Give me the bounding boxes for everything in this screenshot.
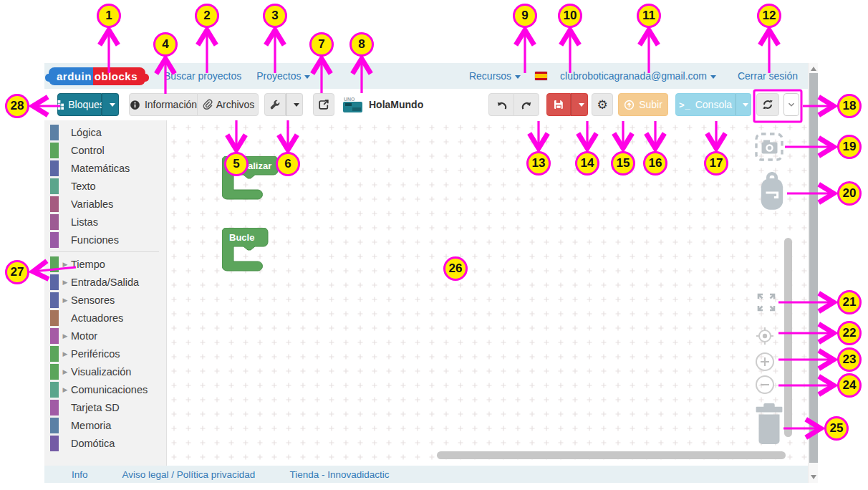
- zoom-fit-icon[interactable]: [756, 292, 776, 315]
- screenshot-camera-icon[interactable]: [755, 133, 783, 164]
- sidebar-item-memoria[interactable]: Memoria: [44, 416, 166, 434]
- nav-recursos-label: Recursos: [469, 70, 511, 82]
- callout-7: 7: [309, 32, 334, 57]
- nav-proyectos-dropdown[interactable]: Proyectos: [256, 70, 310, 82]
- caret-down-icon: [515, 75, 521, 79]
- zoom-center-icon[interactable]: [753, 325, 776, 350]
- sidebar-item-listas[interactable]: Listas: [44, 213, 166, 231]
- archivos-label: Archivos: [216, 99, 255, 110]
- informacion-button[interactable]: Información: [129, 93, 198, 116]
- category-label: Variables: [71, 198, 113, 210]
- consola-dropdown-button[interactable]: [736, 93, 751, 116]
- category-color-swatch: [50, 125, 59, 140]
- callout-21: 21: [837, 290, 862, 314]
- tools-dropdown-button[interactable]: [286, 93, 303, 116]
- category-color-swatch: [50, 160, 59, 176]
- caret-down-icon: [294, 103, 299, 107]
- console-panel-toggle-button[interactable]: [783, 93, 799, 116]
- sidebar-item-texto[interactable]: Texto: [44, 177, 166, 195]
- upload-icon: [624, 100, 635, 110]
- sidebar-item-matematicas[interactable]: Matemáticas: [44, 159, 166, 177]
- scroll-down-arrow-icon[interactable]: [811, 475, 816, 479]
- workspace-horizontal-scrollbar[interactable]: [437, 451, 786, 459]
- footer-link-tienda-innovadidactic[interactable]: Tienda - Innovadidactic: [289, 469, 389, 480]
- block-inicializar[interactable]: Inicializar: [222, 156, 285, 203]
- trash-icon[interactable]: [753, 403, 786, 448]
- refresh-button[interactable]: [756, 93, 779, 116]
- expand-arrow-icon[interactable]: ▶: [59, 350, 71, 357]
- sidebar-item-tarjeta-sd[interactable]: Tarjeta SD: [44, 398, 166, 416]
- blocks-icon: [54, 100, 64, 110]
- expand-arrow-icon[interactable]: ▶: [59, 261, 71, 268]
- consola-button[interactable]: >_ Consola: [675, 93, 736, 116]
- sidebar-item-variables[interactable]: Variables: [44, 195, 166, 213]
- sidebar-item-domotica[interactable]: Domótica: [44, 434, 166, 452]
- nav-recursos-dropdown[interactable]: Recursos: [469, 70, 521, 82]
- bloques-button[interactable]: Bloques: [57, 93, 102, 116]
- footer-link-info[interactable]: Info: [72, 469, 88, 480]
- sidebar-item-entrada-salida[interactable]: ▶Entrada/Salida: [44, 273, 166, 291]
- footer-link-aviso-legal-politica-privacidad[interactable]: Aviso legal / Política privacidad: [122, 469, 256, 480]
- nav-cerrar-sesion[interactable]: Cerrar sesión: [738, 70, 798, 82]
- expand-arrow-icon[interactable]: ▶: [59, 279, 71, 286]
- nav-user-dropdown[interactable]: clubroboticagranada@gmail.com: [560, 70, 716, 82]
- redo-button[interactable]: [513, 93, 539, 116]
- backpack-icon[interactable]: [758, 172, 786, 215]
- category-color-swatch: [50, 232, 59, 248]
- page-scrollbar-thumb[interactable]: [809, 73, 818, 463]
- sidebar-item-perifericos[interactable]: ▶Periféricos: [44, 345, 166, 362]
- subir-button[interactable]: Subir: [618, 93, 668, 116]
- expand-arrow-icon[interactable]: ▶: [59, 297, 71, 304]
- app-main: arduinoblocks Buscar proyectos Proyectos…: [44, 63, 808, 483]
- refresh-icon: [762, 99, 773, 110]
- sidebar-item-control[interactable]: Control: [44, 141, 166, 159]
- project-toolbar: Bloques Información Archivos: [44, 89, 808, 120]
- archivos-button[interactable]: Archivos: [197, 93, 259, 116]
- settings-button[interactable]: ⚙: [592, 93, 613, 116]
- category-label: Periféricos: [71, 348, 120, 360]
- workspace-vertical-scrollbar[interactable]: [784, 238, 792, 437]
- save-dropdown-button[interactable]: [571, 93, 588, 116]
- expand-arrow-icon[interactable]: ▶: [59, 368, 71, 375]
- logo-blue-piece: arduin: [49, 67, 93, 85]
- expand-arrow-icon[interactable]: ▶: [59, 386, 71, 393]
- share-button[interactable]: [313, 93, 334, 116]
- category-color-swatch: [50, 274, 59, 290]
- project-info[interactable]: UNO HolaMundo: [343, 97, 423, 112]
- wrench-icon: [269, 99, 281, 110]
- category-label: Texto: [71, 181, 96, 192]
- callout-8: 8: [349, 32, 374, 57]
- category-color-swatch: [50, 178, 59, 194]
- callout-9: 9: [513, 4, 537, 28]
- sidebar-item-sensores[interactable]: ▶Sensores: [44, 291, 166, 309]
- nav-buscar-proyectos[interactable]: Buscar proyectos: [164, 70, 241, 82]
- wrench-button[interactable]: [264, 93, 286, 116]
- category-color-swatch: [50, 436, 59, 451]
- sidebar-item-tiempo[interactable]: ▶Tiempo: [44, 255, 166, 273]
- callout-20: 20: [837, 181, 862, 206]
- block-bucle[interactable]: Bucle: [222, 228, 275, 275]
- zoom-out-icon[interactable]: [753, 373, 776, 399]
- spain-flag-icon[interactable]: [535, 72, 547, 80]
- callout-24: 24: [837, 373, 862, 398]
- undo-button[interactable]: [488, 93, 514, 116]
- category-color-swatch: [50, 292, 59, 308]
- board-type-label: UNO: [343, 97, 362, 102]
- arduinoblocks-logo[interactable]: arduinoblocks: [49, 67, 145, 85]
- zoom-in-icon[interactable]: [753, 350, 776, 376]
- sidebar-item-motor[interactable]: ▶Motor: [44, 327, 166, 345]
- nav-proyectos-label: Proyectos: [256, 70, 301, 82]
- expand-arrow-icon[interactable]: ▶: [59, 332, 71, 340]
- sidebar-item-comunicaciones[interactable]: ▶Comunicaciones: [44, 380, 166, 398]
- page-scrollbar[interactable]: [808, 63, 818, 483]
- bloques-dropdown-button[interactable]: [102, 93, 119, 116]
- scroll-up-arrow-icon[interactable]: [811, 67, 816, 71]
- sidebar-item-logica[interactable]: Lógica: [44, 123, 166, 141]
- save-button[interactable]: [546, 93, 571, 116]
- sidebar-item-funciones[interactable]: Funciones: [44, 231, 166, 249]
- category-color-swatch: [50, 400, 59, 415]
- sidebar-item-visualizacion[interactable]: ▶Visualización: [44, 362, 166, 380]
- callout-2: 2: [195, 4, 219, 28]
- sidebar-item-actuadores[interactable]: Actuadores: [44, 309, 166, 327]
- blockly-workspace[interactable]: InicializarBucle: [167, 120, 808, 466]
